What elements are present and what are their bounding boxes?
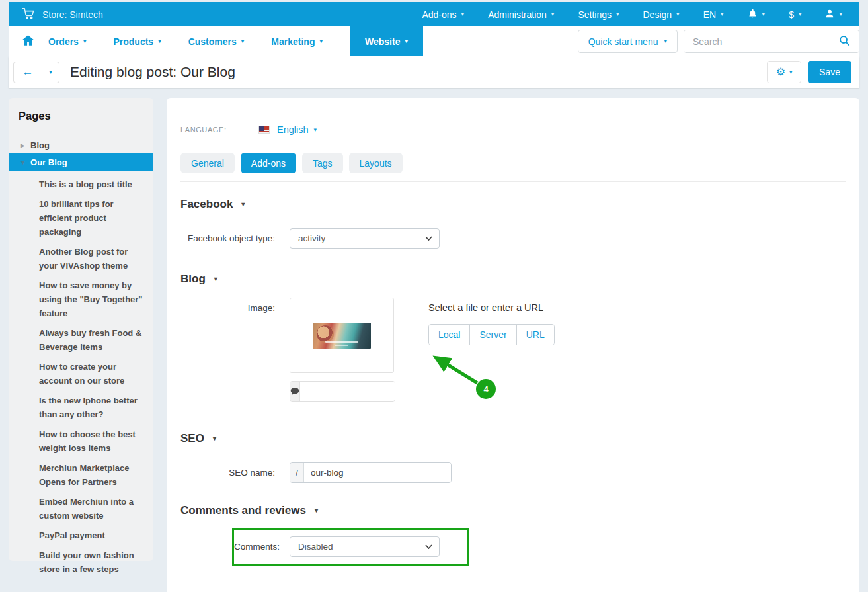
- seo-name-row: SEO name: /: [180, 462, 846, 483]
- back-button[interactable]: ←: [14, 62, 42, 83]
- tab-general[interactable]: General: [180, 153, 235, 173]
- comments-section: Comments and reviews ▾ Comments: Disable…: [180, 504, 846, 566]
- back-arrow-icon: ←: [22, 65, 34, 79]
- tab-add-ons[interactable]: Add-ons: [241, 153, 296, 173]
- file-select-prompt: Select a file or enter a URL: [428, 302, 555, 313]
- top-bar: Store: Simtech Add-ons▾ Administration▾ …: [9, 2, 859, 26]
- notifications-menu[interactable]: ▾: [748, 8, 766, 21]
- home-nav-item[interactable]: [22, 35, 34, 48]
- chevron-down-icon: ▾: [551, 11, 555, 17]
- list-item[interactable]: How to choose the best weight loss items: [39, 427, 147, 455]
- comments-select[interactable]: Disabled: [290, 536, 440, 557]
- back-history-dropdown[interactable]: ▾: [42, 62, 59, 83]
- blog-post-list: This is a blog post title 10 brilliant t…: [9, 177, 153, 576]
- local-upload-button[interactable]: Local: [429, 325, 470, 345]
- sidebar-item-blog[interactable]: ▸ Blog: [9, 137, 153, 153]
- list-item[interactable]: Always buy fresh Food & Beverage items: [39, 326, 147, 354]
- list-item[interactable]: Is the new Iphone better than any other?: [39, 394, 147, 421]
- main-nav: Orders▾ Products▾ Customers▾ Marketing▾ …: [9, 26, 859, 56]
- language-label: LANGUAGE:: [180, 126, 258, 134]
- blog-image-label: Image:: [180, 298, 290, 402]
- url-upload-button[interactable]: URL: [517, 325, 554, 345]
- comments-select-wrap: Disabled: [290, 536, 440, 557]
- facebook-object-type-select[interactable]: activity: [290, 228, 440, 249]
- chevron-down-icon: ▾: [213, 435, 216, 442]
- image-caption-group: [290, 381, 395, 402]
- chevron-down-icon: ▾: [799, 11, 802, 17]
- menu-administration[interactable]: Administration▾: [488, 9, 554, 20]
- comments-row: Comments: Disabled: [234, 536, 467, 557]
- chevron-down-icon: ▾: [314, 127, 317, 133]
- blog-image-row: Image:: [180, 298, 846, 402]
- currency-menu[interactable]: $▾: [789, 9, 801, 20]
- list-item[interactable]: Embed Merchiun into a custom website: [39, 495, 147, 523]
- chevron-down-icon: ▾: [676, 11, 680, 17]
- annotation-highlight-box: Comments: Disabled: [232, 528, 469, 566]
- quick-start-menu-button[interactable]: Quick start menu▾: [578, 30, 678, 53]
- list-item[interactable]: How to create your account on our store: [39, 360, 147, 388]
- facebook-object-type-select-wrap: activity: [290, 228, 440, 249]
- settings-gear-button[interactable]: ⚙ ▾: [767, 61, 801, 83]
- tab-layouts[interactable]: Layouts: [349, 153, 403, 173]
- list-item[interactable]: 10 brilliant tips for efficient product …: [39, 197, 147, 239]
- chevron-down-icon: ▾: [315, 507, 318, 514]
- chevron-down-icon: ▾: [83, 38, 87, 44]
- image-caption-input[interactable]: [300, 382, 395, 401]
- list-item[interactable]: How to save money by using the "Buy Toge…: [39, 278, 147, 320]
- blog-image-thumbnail: [313, 323, 371, 349]
- nav-right-tools: Quick start menu▾: [578, 30, 859, 53]
- sidebar-item-our-blog[interactable]: ▾ Our Blog: [9, 153, 153, 171]
- server-upload-button[interactable]: Server: [470, 325, 516, 345]
- comment-bubble-icon: [290, 382, 300, 401]
- blog-image-preview[interactable]: [290, 298, 394, 373]
- title-bar: ← ▾ Editing blog post: Our Blog ⚙ ▾ Save: [9, 56, 859, 88]
- nav-item-products[interactable]: Products▾: [113, 26, 161, 56]
- list-item[interactable]: Build your own fashion store in a few st…: [39, 548, 147, 576]
- facebook-section-heading[interactable]: Facebook ▾: [180, 198, 846, 211]
- us-flag-icon: [258, 126, 270, 134]
- chevron-down-icon: ▾: [762, 11, 766, 17]
- page-title: Editing blog post: Our Blog: [70, 64, 235, 80]
- list-item[interactable]: Another Blog post for your VIVAshop them…: [39, 245, 147, 273]
- user-icon: [825, 9, 834, 21]
- list-item[interactable]: PayPal payment: [39, 529, 147, 542]
- chevron-down-icon: ▾: [241, 201, 245, 208]
- comments-label: Comments:: [234, 536, 290, 557]
- menu-settings[interactable]: Settings▾: [578, 9, 619, 20]
- menu-addons[interactable]: Add-ons▾: [422, 9, 464, 20]
- nav-item-customers[interactable]: Customers▾: [188, 26, 245, 56]
- top-menu: Add-ons▾ Administration▾ Settings▾ Desig…: [422, 8, 859, 21]
- chevron-down-icon: ▾: [461, 11, 465, 17]
- facebook-section: Facebook ▾ Facebook object type: activit…: [180, 198, 846, 249]
- save-button[interactable]: Save: [808, 61, 851, 83]
- seo-section-heading[interactable]: SEO ▾: [180, 432, 846, 445]
- seo-name-input[interactable]: [304, 463, 451, 482]
- search-input[interactable]: [684, 30, 830, 52]
- search-button[interactable]: [830, 30, 859, 52]
- sidebar-heading: Pages: [19, 110, 153, 122]
- gear-icon: ⚙: [776, 67, 785, 77]
- chevron-down-icon: ▾: [49, 69, 52, 75]
- blog-section-heading[interactable]: Blog ▾: [180, 273, 846, 286]
- main-panel: LANGUAGE: English ▾ General Add-ons Tags…: [167, 98, 859, 592]
- nav-item-marketing[interactable]: Marketing▾: [271, 26, 323, 56]
- store-selector[interactable]: Store: Simtech: [22, 8, 103, 21]
- menu-design[interactable]: Design▾: [643, 9, 680, 20]
- chevron-down-icon: ▾: [616, 11, 619, 17]
- tab-divider: [180, 181, 846, 182]
- list-item[interactable]: This is a blog post title: [39, 177, 147, 191]
- facebook-object-type-label: Facebook object type:: [180, 228, 290, 249]
- chevron-down-icon[interactable]: ▾: [21, 159, 24, 166]
- nav-item-orders[interactable]: Orders▾: [48, 26, 86, 56]
- tab-tags[interactable]: Tags: [302, 153, 343, 173]
- chevron-right-icon[interactable]: ▸: [21, 142, 24, 149]
- search-icon: [839, 35, 850, 48]
- nav-item-website[interactable]: Website▾: [350, 26, 423, 56]
- menu-language[interactable]: EN▾: [703, 9, 724, 20]
- cart-icon: [22, 8, 34, 21]
- list-item[interactable]: Merchiun Marketplace Opens for Partners: [39, 461, 147, 489]
- language-selector[interactable]: English ▾: [277, 124, 317, 135]
- title-actions: ⚙ ▾ Save: [767, 61, 851, 83]
- user-menu[interactable]: ▾: [825, 9, 842, 21]
- comments-section-heading[interactable]: Comments and reviews ▾: [180, 504, 846, 517]
